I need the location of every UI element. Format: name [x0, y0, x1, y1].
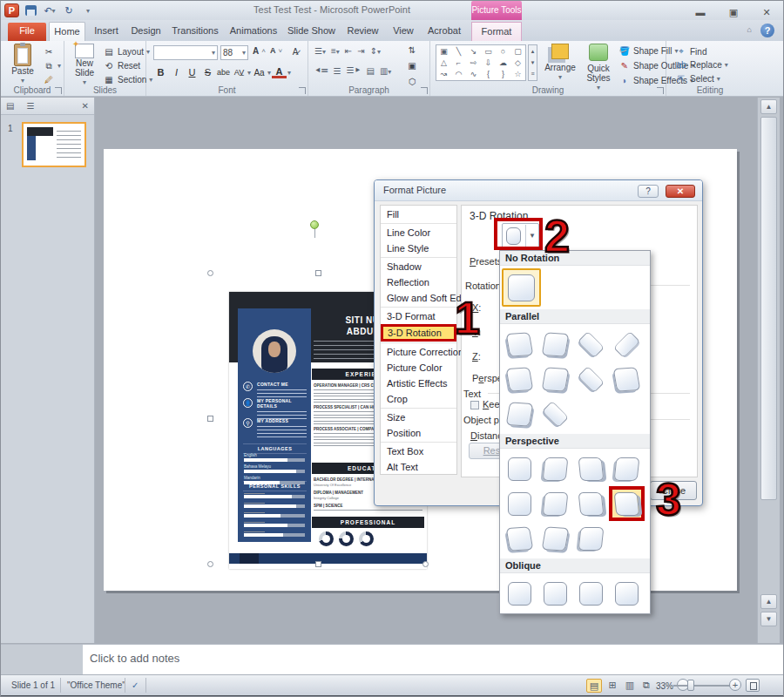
handle-bottom-right[interactable]	[422, 561, 429, 567]
align-text-button[interactable]: ▣	[406, 60, 418, 71]
handle-left-mid[interactable]	[207, 416, 213, 422]
slide-thumbnail[interactable]	[22, 122, 86, 167]
preset-icon-parallel-2[interactable]	[537, 327, 573, 362]
numbering-button[interactable]: ≡▾	[331, 46, 340, 56]
zoom-slider-track[interactable]	[673, 685, 736, 687]
slideshow-button[interactable]: ⧉	[639, 679, 654, 693]
dialog-nav-picture-color[interactable]: Picture Color	[381, 360, 456, 376]
preset-icon-perspective-3[interactable]	[573, 451, 609, 486]
shadow-text-button[interactable]: abe	[216, 65, 231, 79]
preset-icon-parallel-4[interactable]	[609, 327, 645, 362]
preset-icon-perspective-6[interactable]	[537, 486, 573, 521]
help-button[interactable]: ?	[760, 24, 774, 37]
spellcheck-icon[interactable]: ✓	[132, 680, 139, 690]
copy-button[interactable]: ⧉▾	[43, 60, 61, 71]
text-direction-button[interactable]: ⇅	[406, 44, 418, 56]
bullets-button[interactable]: ☰▾	[314, 46, 326, 56]
next-slide-icon[interactable]: ▼	[760, 612, 777, 626]
previous-slide-icon[interactable]: ▲	[760, 594, 777, 609]
preset-icon-oblique-4[interactable]	[609, 576, 645, 611]
grow-font-button[interactable]: A˄	[253, 46, 266, 56]
preset-icon-perspective-7[interactable]	[573, 486, 609, 521]
dialog-nav-picture-corrections[interactable]: Picture Corrections	[381, 344, 456, 360]
tab-design[interactable]: Design	[126, 22, 166, 41]
dialog-nav-fill[interactable]: Fill	[381, 206, 456, 222]
paste-button[interactable]: Paste▾	[6, 44, 39, 85]
bold-button[interactable]: B	[153, 65, 168, 79]
shapes-gallery[interactable]: ▣╲↘▭○▢ △⌐⇨⇩☁◇ ↝◠∿{}☆	[436, 44, 526, 81]
preset-icon-perspective-5[interactable]	[502, 486, 537, 521]
dialog-nav-text-box[interactable]: Text Box	[381, 443, 456, 459]
preset-icon-parallel-10[interactable]	[537, 396, 573, 431]
char-spacing-button[interactable]: AV̲	[232, 65, 247, 79]
dialog-nav-3-d-rotation[interactable]: 3-D Rotation	[381, 324, 456, 342]
close-button[interactable]: ✕	[757, 6, 776, 18]
dialog-nav-alt-text[interactable]: Alt Text	[381, 459, 456, 475]
line-spacing-button[interactable]: ⇕▾	[370, 46, 381, 56]
strikethrough-button[interactable]: S	[200, 65, 215, 79]
zoom-in-button[interactable]: +	[729, 679, 741, 691]
tab-file[interactable]: File	[8, 23, 46, 42]
select-button[interactable]: ⇱Select▾	[675, 74, 720, 84]
minimize-button[interactable]: ▬	[691, 6, 710, 18]
dialog-help-button[interactable]: ?	[638, 185, 659, 198]
font-name-combo[interactable]: ▾	[153, 45, 218, 60]
preset-icon-parallel-9[interactable]	[502, 396, 537, 431]
preset-icon-perspective-4[interactable]	[609, 451, 645, 486]
handle-top-mid[interactable]	[315, 270, 321, 276]
handle-top-left[interactable]	[207, 270, 213, 276]
tab-slide-show[interactable]: Slide Show	[284, 22, 339, 41]
dialog-nav-line-color[interactable]: Line Color	[381, 225, 456, 240]
columns-button[interactable]: ▥▾	[380, 66, 391, 76]
handle-bottom-left[interactable]	[207, 561, 213, 567]
font-color-button[interactable]: A	[272, 67, 287, 78]
outline-tab[interactable]: ☰	[26, 101, 34, 111]
find-button[interactable]: ⌖Find	[675, 46, 706, 57]
tab-animations[interactable]: Animations	[226, 22, 281, 41]
preset-icon-parallel-5[interactable]	[502, 362, 537, 396]
scroll-up-icon[interactable]: ▲	[760, 99, 777, 114]
dialog-nav-glow-and-soft-edges[interactable]: Glow and Soft Edges	[381, 290, 456, 306]
align-center-button[interactable]: ☰	[334, 66, 341, 76]
preset-icon-perspective-9[interactable]	[502, 521, 537, 556]
shrink-font-button[interactable]: A˅	[270, 46, 282, 55]
theme-name[interactable]: "Office Theme"	[67, 680, 125, 690]
scroll-thumb[interactable]	[760, 117, 777, 500]
tab-acrobat[interactable]: Acrobat	[422, 22, 466, 41]
slides-tab[interactable]: ▤	[6, 101, 14, 111]
align-right-button[interactable]: ☰⯈	[346, 65, 361, 76]
replace-button[interactable]: abReplace▾	[675, 60, 728, 70]
preset-icon-perspective-11[interactable]	[573, 521, 609, 556]
dialog-nav-position[interactable]: Position	[381, 425, 456, 441]
clipboard-dialog-launcher[interactable]	[55, 87, 62, 94]
dialog-nav-line-style[interactable]: Line Style	[381, 240, 456, 256]
paragraph-dialog-launcher[interactable]	[421, 87, 428, 94]
dialog-nav-artistic-effects[interactable]: Artistic Effects	[381, 376, 456, 391]
reading-view-button[interactable]: ▥	[622, 679, 638, 693]
close-panel-icon[interactable]: ✕	[82, 101, 89, 111]
tab-home[interactable]: Home	[49, 22, 85, 41]
preset-icon-oblique-2[interactable]	[537, 576, 573, 611]
cut-button[interactable]: ✂	[43, 46, 55, 58]
zoom-slider-thumb[interactable]	[687, 680, 694, 691]
collapse-ribbon-icon[interactable]: ⌂	[747, 25, 752, 34]
font-size-combo[interactable]: 88▾	[220, 45, 248, 60]
tab-view[interactable]: View	[387, 22, 420, 41]
change-case-button[interactable]: Aa	[252, 65, 267, 79]
vertical-scrollbar[interactable]: ▲ ▲ ▼	[757, 98, 780, 643]
dialog-nav-shadow[interactable]: Shadow	[381, 259, 456, 274]
clear-formatting-button[interactable]: A̷	[289, 46, 301, 58]
preset-icon-parallel-6[interactable]	[537, 362, 573, 396]
increase-indent-button[interactable]: ⇥	[357, 46, 364, 56]
preset-icon-oblique-1[interactable]	[502, 576, 537, 611]
preset-icon-perspective-2[interactable]	[537, 451, 573, 486]
arrange-button[interactable]: Arrange▾	[542, 44, 578, 82]
new-slide-button[interactable]: New Slide▾	[68, 44, 101, 87]
handle-bottom-mid[interactable]	[315, 561, 321, 567]
keep-text-flat-checkbox[interactable]	[470, 401, 479, 409]
section-button[interactable]: ▦Section▾	[103, 74, 152, 85]
dialog-nav-reflection[interactable]: Reflection	[381, 274, 456, 290]
slide-sorter-button[interactable]: ⊞	[605, 679, 620, 693]
preset-icon-parallel-8[interactable]	[609, 362, 645, 396]
align-left-button[interactable]: ⯇☰	[314, 65, 328, 76]
